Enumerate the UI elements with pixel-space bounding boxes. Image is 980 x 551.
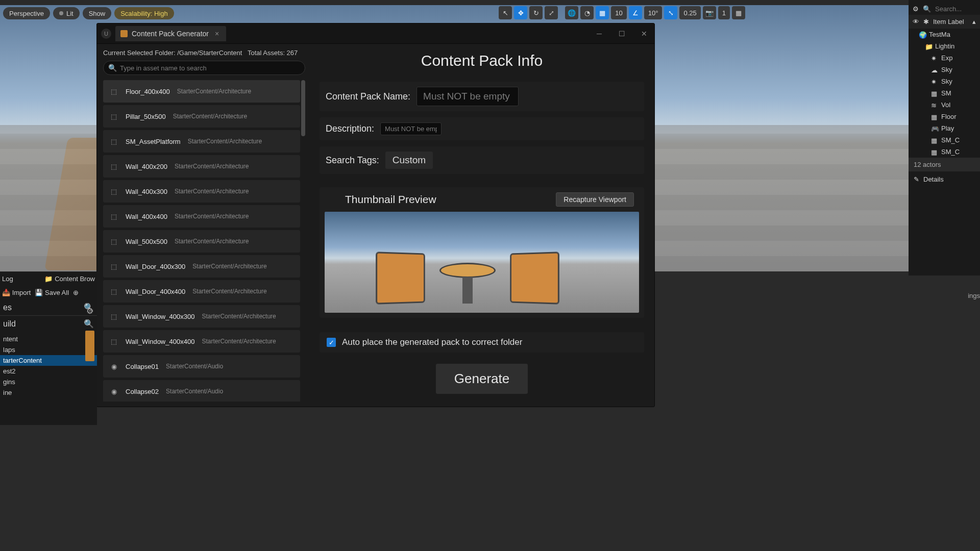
grid-snap-toggle[interactable]: ▦ bbox=[596, 6, 609, 19]
lit-mode-dropdown[interactable]: Lit bbox=[53, 7, 80, 19]
search-icon: 🔍 bbox=[108, 64, 117, 72]
asset-item[interactable]: ⬚Wall_Door_400x400StarterContent/Archite… bbox=[103, 280, 300, 303]
tree-item[interactable]: est2 bbox=[0, 366, 97, 377]
output-log-tab[interactable]: Log bbox=[2, 275, 13, 283]
camera-speed-button[interactable]: 📷 bbox=[703, 6, 716, 19]
outliner-label: SM_C bbox=[941, 148, 960, 156]
outliner-row[interactable]: 📁Lightin bbox=[909, 40, 980, 52]
add-button[interactable]: ⊕ bbox=[73, 289, 79, 296]
minimize-button[interactable]: ─ bbox=[593, 28, 605, 40]
close-tab-button[interactable]: × bbox=[213, 30, 221, 38]
asset-item[interactable]: ⬚Wall_400x400StarterContent/Architecture bbox=[103, 205, 300, 228]
details-tab[interactable]: ✎ Details bbox=[909, 171, 980, 187]
asset-list-scrollbar[interactable] bbox=[301, 80, 305, 136]
dialog-tab[interactable]: Content Pack Generator × bbox=[115, 26, 226, 41]
select-mode-button[interactable]: ↖ bbox=[499, 6, 512, 19]
light-icon: ✷ bbox=[931, 55, 938, 62]
asset-item[interactable]: ⬚SM_AssetPlatformStarterContent/Architec… bbox=[103, 130, 300, 153]
angle-snap-value[interactable]: 10° bbox=[644, 6, 663, 19]
perspective-dropdown[interactable]: Perspective bbox=[3, 7, 50, 19]
world-space-toggle[interactable]: 🌐 bbox=[565, 6, 578, 19]
autoplace-row[interactable]: ✓ Auto place the generated pack to corre… bbox=[320, 332, 644, 353]
content-browser-tab[interactable]: 📁 Content Brow bbox=[44, 275, 95, 283]
asset-item[interactable]: ⬚Wall_400x300StarterContent/Architecture bbox=[103, 180, 300, 203]
maximize-button[interactable]: ☐ bbox=[616, 28, 628, 40]
recapture-viewport-button[interactable]: Recapture Viewport bbox=[556, 192, 634, 207]
filter-icon[interactable]: ⚙ bbox=[85, 306, 94, 315]
scale-snap-toggle[interactable]: ⤡ bbox=[664, 6, 677, 19]
folder-icon: 📁 bbox=[925, 43, 932, 50]
favorites-fragment: es bbox=[3, 303, 12, 312]
tags-row: Search Tags: Custom bbox=[320, 146, 644, 174]
asset-item[interactable]: ◉Collapse02StarterContent/Audio bbox=[103, 380, 300, 402]
mesh-icon: ⬚ bbox=[109, 312, 118, 321]
asset-search-input[interactable] bbox=[103, 61, 305, 75]
generate-button[interactable]: Generate bbox=[436, 364, 528, 394]
asset-list-pane: Current Selected Folder: /Game/StarterCo… bbox=[97, 44, 309, 407]
scale-snap-value[interactable]: 0.25 bbox=[679, 6, 700, 19]
outliner-label: Floor bbox=[941, 113, 957, 120]
asset-item[interactable]: ◉Collapse01StarterContent/Audio bbox=[103, 355, 300, 378]
bottom-panel-fragment: Log 📁 Content Brow 📥 Import 💾 Save All ⊕… bbox=[0, 272, 97, 425]
tree-item[interactable]: gins bbox=[0, 377, 97, 387]
asset-item[interactable]: ⬚Wall_400x200StarterContent/Architecture bbox=[103, 155, 300, 178]
outliner-row[interactable]: ✷Sky bbox=[909, 76, 980, 87]
asset-item[interactable]: ⬚Wall_500x500StarterContent/Architecture bbox=[103, 230, 300, 253]
outliner-row[interactable]: ☁Sky bbox=[909, 64, 980, 76]
visibility-icon: 👁 bbox=[913, 18, 919, 26]
outliner-row[interactable]: 🌍TestMa bbox=[909, 29, 980, 40]
autoplace-checkbox[interactable]: ✓ bbox=[327, 338, 336, 347]
translate-mode-button[interactable]: ✥ bbox=[514, 6, 527, 19]
outliner-search-input[interactable] bbox=[935, 5, 976, 13]
scalability-dropdown[interactable]: Scalability: High bbox=[114, 7, 174, 19]
ue-logo-icon: U bbox=[101, 29, 111, 39]
description-input[interactable] bbox=[380, 122, 442, 135]
outliner-column-header[interactable]: 👁 ✱ Item Label ▴ bbox=[909, 15, 980, 29]
audio-icon: ◉ bbox=[109, 362, 118, 371]
tree-item[interactable]: ntent bbox=[0, 334, 97, 344]
asset-path: StarterContent/Architecture bbox=[202, 338, 276, 345]
outliner-row[interactable]: ▦SM_C bbox=[909, 146, 980, 158]
content-pack-generator-dialog: U Content Pack Generator × ─ ☐ ✕ Current… bbox=[96, 23, 655, 407]
tree-item[interactable]: ine bbox=[0, 387, 97, 398]
save-all-button[interactable]: 💾 Save All bbox=[35, 289, 69, 296]
window-controls: ─ ☐ ✕ bbox=[593, 28, 650, 40]
asset-name: Wall_Window_400x300 bbox=[126, 313, 194, 320]
surface-snap-toggle[interactable]: ◔ bbox=[580, 6, 594, 19]
asset-path: StarterContent/Architecture bbox=[192, 263, 266, 270]
outliner-row[interactable]: 🎮Play bbox=[909, 122, 980, 134]
asset-name: Wall_400x300 bbox=[126, 188, 167, 195]
import-button[interactable]: 📥 Import bbox=[2, 289, 31, 296]
outliner-row[interactable]: ▦Floor bbox=[909, 111, 980, 122]
atmo-icon: ☁ bbox=[931, 66, 938, 73]
grid-snap-value[interactable]: 10 bbox=[611, 6, 626, 19]
outliner-row[interactable]: ▦SM bbox=[909, 87, 980, 99]
build-fragment: uild bbox=[3, 319, 16, 329]
mesh-icon: ⬚ bbox=[109, 337, 118, 346]
filter-column: ⚙ bbox=[85, 306, 96, 367]
tag-chip[interactable]: Custom bbox=[385, 152, 433, 169]
pack-icon bbox=[120, 30, 128, 37]
asset-item[interactable]: ⬚Wall_Window_400x400StarterContent/Archi… bbox=[103, 330, 300, 353]
asset-item[interactable]: ⬚Floor_400x400StarterContent/Architectur… bbox=[103, 80, 300, 103]
show-dropdown[interactable]: Show bbox=[83, 7, 112, 19]
camera-speed-value[interactable]: 1 bbox=[718, 6, 730, 19]
asset-item[interactable]: ⬚Pillar_50x500StarterContent/Architectur… bbox=[103, 105, 300, 128]
close-button[interactable]: ✕ bbox=[638, 28, 650, 40]
asset-path: StarterContent/Architecture bbox=[175, 238, 249, 245]
asset-item[interactable]: ⬚Wall_Window_400x300StarterContent/Archi… bbox=[103, 305, 300, 328]
outliner-settings-icon[interactable]: ⚙ bbox=[913, 5, 919, 13]
tree-item[interactable]: laps bbox=[0, 344, 97, 355]
asset-item[interactable]: ⬚Wall_Door_400x300StarterContent/Archite… bbox=[103, 255, 300, 278]
scale-mode-button[interactable]: ⤢ bbox=[545, 6, 558, 19]
rotate-mode-button[interactable]: ↻ bbox=[529, 6, 543, 19]
tree-item[interactable]: tarterContent bbox=[0, 355, 97, 366]
type-icon: ✱ bbox=[923, 18, 929, 26]
angle-snap-toggle[interactable]: ∠ bbox=[629, 6, 642, 19]
outliner-row[interactable]: ✷Exp bbox=[909, 52, 980, 64]
outliner-row[interactable]: ≋Vol bbox=[909, 99, 980, 111]
pack-name-input[interactable] bbox=[416, 87, 519, 106]
outliner-row[interactable]: ▦SM_C bbox=[909, 134, 980, 146]
mesh-icon: ▦ bbox=[931, 90, 938, 97]
viewport-layout-button[interactable]: ▦ bbox=[732, 6, 745, 19]
